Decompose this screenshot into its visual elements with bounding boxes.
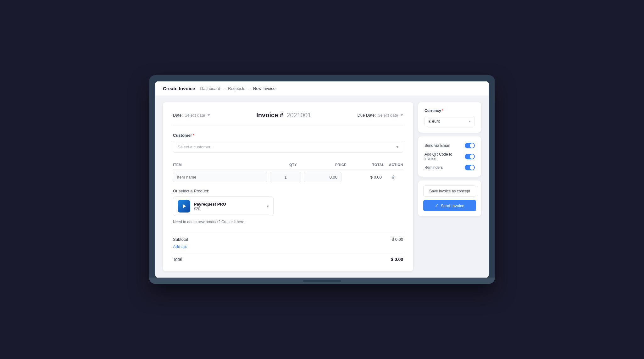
invoice-card: Date: Select date Invoice # 2021001 Due …	[163, 102, 413, 271]
delete-row-icon[interactable]: 🗑	[391, 175, 396, 180]
invoice-number-value: 2021001	[286, 112, 311, 119]
toggle-reminders[interactable]	[465, 165, 475, 170]
th-total: TOTAL	[347, 163, 384, 167]
due-date-select-dropdown[interactable]: Select date	[378, 113, 403, 118]
date-label: Date:	[173, 113, 183, 118]
invoice-number-label: Invoice #	[256, 112, 283, 119]
product-section-label: Or select a Product:	[173, 189, 403, 193]
date-field: Date: Select date	[173, 113, 210, 118]
customer-select-dropdown[interactable]: Select a customer... ▾	[173, 141, 403, 153]
toggle-send-email-label: Send via Email	[425, 143, 450, 148]
toggle-send-email[interactable]	[465, 143, 475, 148]
right-sidebar: Currency* € euro ▾ Send via Email Add QR…	[418, 102, 481, 271]
price-input[interactable]	[304, 172, 341, 182]
send-check-icon: ✓	[435, 203, 439, 208]
due-date-placeholder: Select date	[378, 113, 398, 118]
date-placeholder: Select date	[185, 113, 205, 118]
currency-dropdown[interactable]: € euro ▾	[425, 116, 475, 126]
item-name-input[interactable]	[173, 172, 267, 182]
breadcrumb-new-invoice: New Invoice	[253, 86, 275, 91]
total-cell: $ 0.00	[344, 175, 382, 180]
th-action: ACTION	[384, 163, 403, 167]
currency-label: Currency*	[425, 108, 475, 113]
send-invoice-label: Send Invoice	[441, 203, 464, 208]
breadcrumb-sep-2: →	[247, 86, 251, 91]
invoice-number-block: Invoice # 2021001	[256, 112, 311, 119]
due-date-label: Due Date:	[357, 113, 376, 118]
product-logo	[178, 200, 190, 213]
add-tax-link[interactable]: Add tax	[173, 244, 187, 249]
breadcrumb-dashboard[interactable]: Dashboard	[200, 86, 220, 91]
th-price: PRICE	[309, 163, 347, 167]
breadcrumb: Dashboard → Requests → New Invoice	[200, 86, 275, 91]
date-chevron-icon	[208, 114, 210, 116]
breadcrumb-requests[interactable]: Requests	[228, 86, 245, 91]
toggles-card: Send via Email Add QR Code to invoice Re…	[418, 136, 481, 177]
total-row: Total $ 0.00	[173, 253, 403, 262]
qty-input[interactable]	[270, 172, 301, 182]
svg-marker-0	[183, 204, 186, 208]
toggle-qr-code[interactable]	[465, 154, 475, 159]
action-cell: 🗑	[384, 174, 403, 180]
currency-chevron-icon: ▾	[469, 119, 471, 124]
product-item[interactable]: Payrequest PRO €20 ▾	[173, 196, 274, 216]
product-price: €20	[194, 207, 263, 211]
date-select-dropdown[interactable]: Select date	[185, 113, 210, 118]
currency-required-star: *	[442, 108, 443, 113]
total-label: Total	[173, 257, 182, 262]
toggle-reminders-label: Reminders	[425, 165, 443, 170]
product-info: Payrequest PRO €20	[194, 202, 263, 211]
th-qty: QTY	[277, 163, 309, 167]
total-value: $ 0.00	[391, 257, 403, 262]
due-date-field: Due Date: Select date	[357, 113, 403, 118]
currency-value: € euro	[429, 119, 440, 124]
subtotal-value: $ 0.00	[392, 237, 403, 242]
page-title: Create Invoice	[163, 86, 195, 91]
create-product-link: Need to add a new product? Create it her…	[173, 220, 403, 224]
subtotal-label: Subtotal	[173, 237, 188, 242]
customer-placeholder: Select a customer...	[178, 145, 214, 149]
product-name: Payrequest PRO	[194, 202, 263, 207]
toggle-send-email-row: Send via Email	[425, 143, 475, 148]
toggle-qr-code-label: Add QR Code to invoice	[425, 152, 465, 161]
table-row: $ 0.00 🗑	[173, 172, 403, 182]
currency-card: Currency* € euro ▾	[418, 102, 481, 133]
save-concept-button[interactable]: Save invoice as concept	[423, 185, 476, 197]
toggle-qr-code-row: Add QR Code to invoice	[425, 152, 475, 161]
th-item: ITEM	[173, 163, 277, 167]
subtotal-section: Subtotal $ 0.00 Add tax	[173, 232, 403, 249]
toggle-reminders-row: Reminders	[425, 165, 475, 170]
customer-label: Customer*	[173, 133, 403, 138]
items-table: ITEM QTY PRICE TOTAL ACTION $ 0.00 🗑	[173, 160, 403, 182]
customer-chevron-icon: ▾	[396, 144, 398, 149]
due-date-chevron-icon	[401, 114, 403, 116]
required-star: *	[193, 133, 194, 138]
product-chevron-icon: ▾	[267, 204, 269, 209]
send-invoice-button[interactable]: ✓ Send Invoice	[423, 200, 476, 211]
actions-card: Save invoice as concept ✓ Send Invoice	[418, 180, 481, 216]
breadcrumb-sep-1: →	[222, 86, 226, 91]
